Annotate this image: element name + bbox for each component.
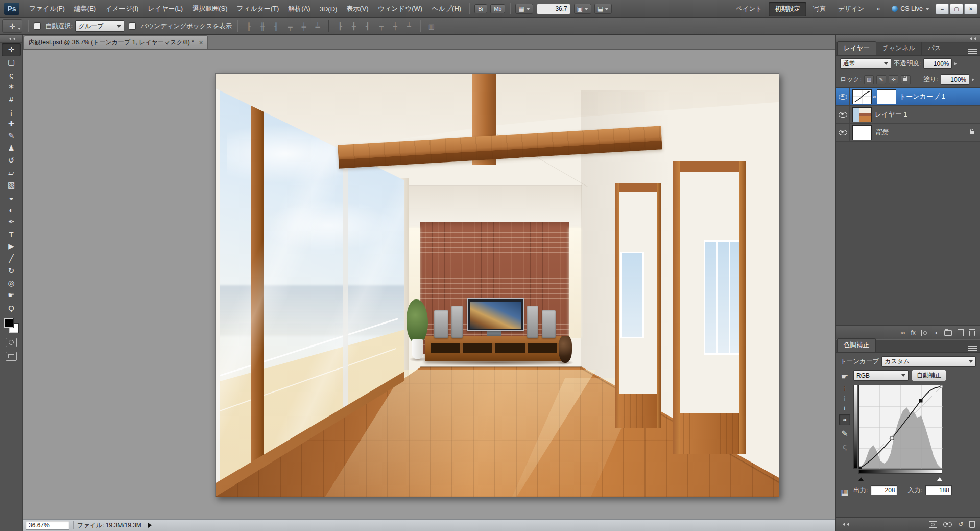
reset-adjustment-icon[interactable]: ↺ <box>958 521 963 528</box>
panel-menu-icon[interactable] <box>968 49 977 55</box>
launch-mini-bridge-button[interactable]: Mb <box>490 4 505 13</box>
draw-curve-pencil-icon[interactable]: ✎ <box>841 429 848 438</box>
blend-mode-dropdown[interactable]: 通常 <box>840 58 891 69</box>
align-vertical-center-icon[interactable]: ╫ <box>257 21 268 31</box>
layer-thumbnail[interactable] <box>852 107 872 122</box>
lasso-tool[interactable]: ϛ <box>2 68 20 81</box>
menu-image[interactable]: イメージ(I) <box>101 0 143 17</box>
delete-layer-icon[interactable] <box>969 331 975 336</box>
menu-select[interactable]: 選択範囲(S) <box>187 0 232 17</box>
opacity-input[interactable]: 100% <box>923 58 952 69</box>
document-image[interactable] <box>215 73 779 497</box>
tab-layers[interactable]: レイヤー <box>837 41 876 55</box>
menu-layer[interactable]: レイヤー(L) <box>143 0 187 17</box>
add-layer-mask-icon[interactable] <box>921 330 929 336</box>
tools-panel-gripper[interactable] <box>0 35 22 43</box>
link-layers-icon[interactable]: ∞ <box>901 329 905 336</box>
path-selection-tool[interactable]: ▶ <box>2 240 20 252</box>
3d-rotate-tool[interactable]: ↻ <box>2 265 20 277</box>
eraser-tool[interactable]: ▱ <box>2 167 20 179</box>
align-top-icon[interactable]: ╟ <box>243 21 254 31</box>
black-point-slider[interactable] <box>858 475 864 481</box>
layer-name[interactable]: レイヤー 1 <box>875 110 907 119</box>
menu-view[interactable]: 表示(V) <box>342 0 373 17</box>
auto-align-layers-icon[interactable]: ▥ <box>426 21 437 31</box>
new-group-icon[interactable] <box>944 330 952 336</box>
workspace-design[interactable]: デザイン <box>832 2 870 16</box>
white-point-eyedropper-icon[interactable]: ¡ <box>844 404 846 410</box>
align-right-icon[interactable]: ╧ <box>312 21 323 31</box>
distribute-top-icon[interactable]: ┠ <box>334 21 346 31</box>
history-brush-tool[interactable]: ↺ <box>2 154 20 167</box>
healing-brush-tool[interactable]: ✚ <box>2 118 20 130</box>
layer-style-icon[interactable]: fx <box>911 329 915 336</box>
close-button[interactable]: ✕ <box>964 4 977 14</box>
launch-bridge-button[interactable]: Br <box>474 4 487 13</box>
lock-all-icon[interactable] <box>901 75 911 84</box>
menu-window[interactable]: ウィンドウ(W) <box>373 0 427 17</box>
new-layer-icon[interactable] <box>958 329 964 336</box>
pen-tool[interactable]: ✒ <box>2 216 20 228</box>
tab-channels[interactable]: チャンネル <box>876 42 922 55</box>
quick-selection-tool[interactable]: ✶ <box>2 81 20 93</box>
visibility-toggle[interactable] <box>836 88 850 105</box>
visibility-toggle[interactable] <box>836 124 850 141</box>
photoshop-logo-icon[interactable]: Ps <box>4 3 19 15</box>
foreground-color-swatch[interactable] <box>4 318 13 328</box>
zoom-tool[interactable]: Ϙ <box>2 302 20 314</box>
layer-name[interactable]: 背景 <box>875 128 888 137</box>
distribute-left-icon[interactable]: ┯ <box>376 21 387 31</box>
tab-adjustments[interactable]: 色調補正 <box>837 338 876 352</box>
lock-transparency-icon[interactable]: ▨ <box>864 75 874 84</box>
workspace-paint[interactable]: ペイント <box>730 2 768 16</box>
visibility-toggle[interactable] <box>836 106 850 123</box>
menu-edit[interactable]: 編集(E) <box>69 0 101 17</box>
eyedropper-tool[interactable]: ¡ <box>2 105 20 118</box>
blur-tool[interactable]: ◒ <box>2 191 20 203</box>
clip-to-layer-icon[interactable] <box>929 521 937 528</box>
clone-stamp-tool[interactable]: ♟ <box>2 142 20 154</box>
new-adjustment-layer-icon[interactable]: ◐ <box>935 329 939 336</box>
cs-live-button[interactable]: CS Live <box>892 5 929 12</box>
curve-display-options-icon[interactable]: ▦ <box>841 487 848 497</box>
menu-filter[interactable]: フィルター(T) <box>232 0 284 17</box>
restore-button[interactable]: ▢ <box>950 4 963 14</box>
panel-menu-icon[interactable] <box>968 346 977 352</box>
distribute-right-icon[interactable]: ┷ <box>403 21 415 31</box>
auto-select-scope-dropdown[interactable]: グループ <box>75 20 124 32</box>
menu-file[interactable]: ファイル(F) <box>25 0 69 17</box>
layer-row-curves[interactable]: ∞ トーンカーブ 1 <box>836 88 980 106</box>
tab-paths[interactable]: パス <box>922 42 948 55</box>
status-menu-arrow-icon[interactable] <box>148 523 154 528</box>
input-value-field[interactable]: 188 <box>925 485 952 495</box>
minimize-button[interactable]: – <box>936 4 949 14</box>
targeted-adjustment-icon[interactable]: ☛ <box>841 372 848 381</box>
3d-orbit-tool[interactable]: ◎ <box>2 277 20 289</box>
distribute-bottom-icon[interactable]: ┨ <box>362 21 373 31</box>
dodge-tool[interactable]: ◐ <box>2 203 20 216</box>
screen-mode-toggle-button[interactable] <box>6 352 17 361</box>
layer-mask-thumbnail[interactable] <box>877 89 896 104</box>
document-tab[interactable]: 内観test.psd @ 36.7% (トーンカーブ 1, レイヤーマスク/8)… <box>23 35 208 49</box>
curves-preset-dropdown[interactable]: カスタム <box>881 356 976 367</box>
quick-mask-button[interactable] <box>6 338 17 347</box>
menu-help[interactable]: ヘルプ(H) <box>427 0 466 17</box>
edit-points-mode-icon[interactable]: ≈ <box>839 414 850 425</box>
crop-tool[interactable]: # <box>2 93 20 105</box>
layer-row-layer1[interactable]: レイヤー 1 <box>836 106 980 124</box>
gradient-tool[interactable]: ▧ <box>2 179 20 191</box>
workspace-photography[interactable]: 写真 <box>807 2 831 16</box>
menu-analysis[interactable]: 解析(A) <box>283 0 315 17</box>
type-tool[interactable]: T <box>2 228 20 240</box>
zoom-level-input[interactable]: 36.7 <box>537 4 570 14</box>
fill-input[interactable]: 100% <box>941 74 969 85</box>
channel-dropdown[interactable]: RGB <box>853 370 909 381</box>
arrange-documents-button[interactable]: ▣ <box>574 4 591 14</box>
tab-close-icon[interactable]: × <box>199 39 203 46</box>
distribute-horizontal-center-icon[interactable]: ┿ <box>390 21 401 31</box>
curves-layer-thumbnail[interactable] <box>852 89 872 104</box>
curves-graph[interactable] <box>858 385 942 469</box>
layer-name[interactable]: トーンカーブ 1 <box>899 92 945 101</box>
workspace-essentials[interactable]: 初期設定 <box>769 2 806 16</box>
layer-row-background[interactable]: 背景 <box>836 124 980 142</box>
